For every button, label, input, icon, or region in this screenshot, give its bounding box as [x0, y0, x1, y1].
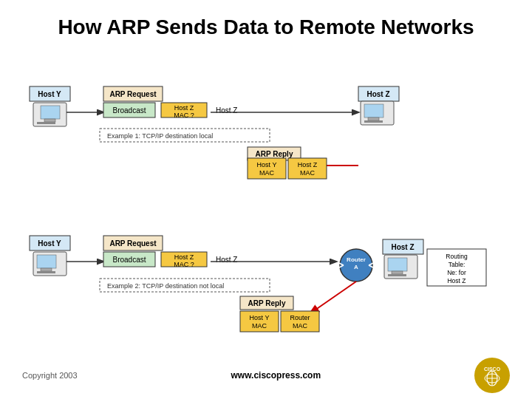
- svg-text:ARP Reply: ARP Reply: [248, 299, 286, 307]
- svg-rect-5: [37, 122, 55, 124]
- svg-rect-44: [392, 271, 403, 274]
- svg-text:Router: Router: [347, 256, 366, 263]
- svg-text:A: A: [354, 264, 358, 270]
- svg-text:MAC: MAC: [252, 322, 267, 330]
- svg-text:Example 1: TCP/IP destination : Example 1: TCP/IP destination local: [107, 132, 213, 140]
- svg-text:Broadcast: Broadcast: [112, 106, 146, 115]
- svg-text:Host Z: Host Z: [391, 243, 414, 251]
- cisco-logo: CISCO: [474, 358, 510, 393]
- svg-text:ARP Request: ARP Request: [109, 239, 157, 248]
- svg-text:Broadcast: Broadcast: [112, 256, 146, 264]
- svg-text:ARP Request: ARP Request: [109, 90, 157, 98]
- copyright-text: Copyright 2003: [22, 371, 78, 380]
- svg-line-71: [310, 282, 356, 313]
- svg-rect-45: [388, 274, 406, 276]
- svg-text:Ne: for: Ne: for: [447, 269, 466, 276]
- svg-text:Routing: Routing: [446, 253, 468, 260]
- svg-rect-56: [37, 271, 55, 273]
- svg-text:Host Z: Host Z: [174, 253, 194, 261]
- svg-rect-20: [364, 120, 383, 123]
- svg-rect-4: [44, 119, 55, 122]
- svg-text:MAC ?: MAC ?: [174, 112, 194, 119]
- svg-text:Host Y: Host Y: [38, 90, 61, 98]
- svg-rect-55: [41, 268, 52, 271]
- diagram-svg: Host Y ARP Request Broadcast Host Z MAC …: [22, 47, 510, 365]
- svg-rect-18: [364, 104, 383, 117]
- svg-text:Router: Router: [290, 314, 310, 321]
- svg-text:Host Z: Host Z: [174, 104, 194, 112]
- svg-text:Host Y: Host Y: [38, 239, 61, 248]
- svg-rect-19: [368, 117, 379, 120]
- svg-text:Host Y: Host Y: [257, 161, 277, 168]
- svg-rect-43: [388, 258, 407, 271]
- svg-text:Host Z: Host Z: [216, 106, 237, 115]
- svg-text:MAC: MAC: [300, 169, 316, 177]
- svg-rect-3: [41, 106, 60, 119]
- svg-text:MAC ?: MAC ?: [174, 261, 194, 268]
- svg-text:ARP Reply: ARP Reply: [256, 150, 293, 158]
- svg-text:MAC: MAC: [293, 322, 308, 330]
- slide-title: How ARP Sends Data to Remote Networks: [22, 15, 510, 40]
- svg-text:MAC: MAC: [259, 169, 275, 177]
- svg-text:Table:: Table:: [449, 261, 466, 268]
- svg-text:Example 2: TCP/IP destination : Example 2: TCP/IP destination not local: [107, 282, 224, 290]
- svg-text:Host Y: Host Y: [250, 314, 270, 321]
- svg-text:Host Z: Host Z: [366, 90, 389, 98]
- svg-text:Host Z: Host Z: [298, 161, 318, 168]
- website-text: www.ciscopress.com: [231, 370, 321, 381]
- footer: Copyright 2003 www.ciscopress.com CISCO: [0, 358, 532, 393]
- diagram-area: Host Y ARP Request Broadcast Host Z MAC …: [22, 47, 510, 365]
- svg-rect-54: [37, 255, 56, 268]
- svg-text:Host Z: Host Z: [447, 277, 466, 284]
- svg-text:Host Z: Host Z: [216, 256, 237, 264]
- slide-container: How ARP Sends Data to Remote Networks Ho…: [0, 0, 532, 399]
